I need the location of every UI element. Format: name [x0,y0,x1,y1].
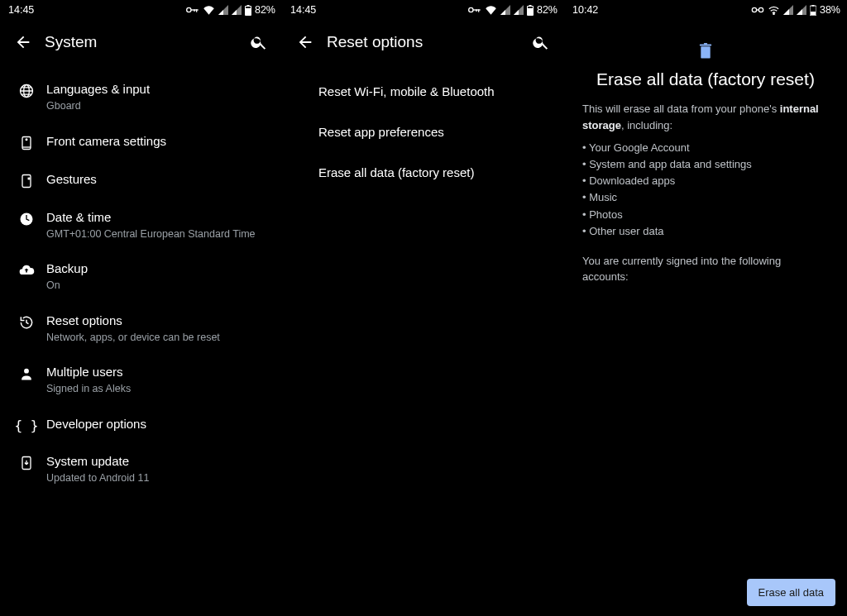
svg-point-23 [758,7,763,12]
trash-icon [582,43,829,60]
svg-point-13 [24,369,29,374]
item-title: Reset options [46,313,270,329]
item-title: Multiple users [46,364,270,380]
key-icon [186,6,199,14]
item-title: Front camera settings [46,133,270,150]
page-title: System [45,33,244,51]
wifi-icon [485,5,497,15]
status-time: 14:45 [8,4,34,16]
settings-item-datetime[interactable]: Date & time GMT+01:00 Central European S… [0,199,282,251]
system-update-icon [10,453,43,471]
header: System [0,20,282,64]
reset-item-app-prefs[interactable]: Reset app preferences [282,112,564,152]
person-icon [10,364,43,382]
back-arrow-icon [296,33,314,51]
item-title: Languages & input [46,81,270,98]
screen-reset-options: 14:45 82% Reset options Reset Wi-Fi, mob… [282,0,564,616]
settings-item-backup[interactable]: Backup On [0,251,282,303]
signal-icon-2 [797,5,806,15]
svg-rect-2 [196,9,197,12]
settings-item-gestures[interactable]: Gestures [0,161,282,199]
reset-item-factory[interactable]: Erase all data (factory reset) [282,152,564,193]
page-title: Erase all data (factory reset) [582,69,829,89]
back-button[interactable] [290,27,320,57]
erase-all-data-button[interactable]: Erase all data [747,579,836,606]
svg-point-0 [187,7,191,12]
settings-item-frontcam[interactable]: Front camera settings [0,123,282,161]
screen-factory-reset: 10:42 38% Erase all data (factory reset)… [564,0,847,616]
signal-icon-1 [218,5,228,15]
signal-icon-2 [514,5,524,15]
item-sub: Signed in as Aleks [46,382,270,395]
svg-rect-6 [246,7,251,8]
back-button[interactable] [8,27,38,57]
search-icon [250,33,268,51]
accounts-text: You are currently signed into the follow… [582,253,829,285]
svg-rect-5 [246,5,249,7]
svg-point-25 [773,13,774,14]
svg-point-22 [752,7,756,12]
item-sub: Updated to Android 11 [46,471,270,485]
bottom-bar: Erase all data [564,579,847,606]
settings-item-sysupdate[interactable]: System update Updated to Android 11 [0,443,282,495]
status-bar: 10:42 38% [564,0,847,20]
item-title: Gestures [46,171,270,188]
svg-rect-29 [701,46,710,58]
battery-pct: 82% [255,4,275,16]
settings-item-reset[interactable]: Reset options Network, apps, or device c… [0,303,282,355]
restore-icon [10,313,43,331]
svg-rect-24 [756,9,759,10]
clock-icon [10,209,43,227]
settings-item-languages[interactable]: Languages & input Gboard [0,71,282,123]
page-title: Reset options [327,33,526,51]
front-camera-icon [10,133,43,151]
item-title: Backup [46,260,270,277]
status-bar: 14:45 82% [0,0,282,20]
search-button[interactable] [526,27,556,57]
item-sub: Gboard [46,99,270,112]
header: Reset options [282,20,564,64]
search-icon [532,33,550,51]
svg-rect-11 [22,174,31,187]
svg-rect-31 [704,43,707,45]
svg-rect-18 [476,9,476,12]
svg-rect-27 [811,5,814,7]
signal-icon-1 [783,5,793,15]
svg-rect-21 [528,7,533,8]
signal-icon-2 [232,5,242,15]
cloud-upload-icon [10,260,43,279]
vpn-icon [751,6,764,14]
svg-rect-20 [529,5,531,7]
signal-icon-1 [500,5,510,15]
erase-bullets: Your Google Account System and app data … [582,140,829,240]
wifi-icon [768,5,780,15]
key-icon [468,6,481,14]
item-title: Developer options [46,416,270,432]
bullet: Your Google Account [582,140,829,156]
svg-rect-17 [478,9,479,12]
reset-item-network[interactable]: Reset Wi-Fi, mobile & Bluetooth [282,71,564,112]
bullet: Downloaded apps [582,173,829,189]
battery-pct: 38% [820,4,840,16]
bullet: Other user data [582,223,829,240]
svg-rect-3 [194,9,194,12]
status-time: 10:42 [572,4,598,16]
svg-point-10 [26,139,27,141]
settings-item-multiusers[interactable]: Multiple users Signed in as Aleks [0,354,282,406]
battery-icon [527,5,534,16]
factory-reset-content: Erase all data (factory reset) This will… [564,20,847,285]
intro-text: This will erase all data from your phone… [582,101,829,133]
bullet: Music [582,189,829,206]
item-sub: GMT+01:00 Central European Standard Time [46,227,270,241]
bullet: Photos [582,207,829,223]
search-button[interactable] [244,27,274,57]
settings-item-devopts[interactable]: { } Developer options [0,406,282,443]
item-sub: On [46,279,270,292]
back-arrow-icon [14,33,32,51]
status-bar: 14:45 82% [282,0,564,20]
status-time: 14:45 [290,4,316,16]
item-sub: Network, apps, or device can be reset [46,331,270,344]
item-title: System update [46,453,270,470]
item-title: Date & time [46,209,270,226]
reset-list: Reset Wi-Fi, mobile & Bluetooth Reset ap… [282,64,564,193]
